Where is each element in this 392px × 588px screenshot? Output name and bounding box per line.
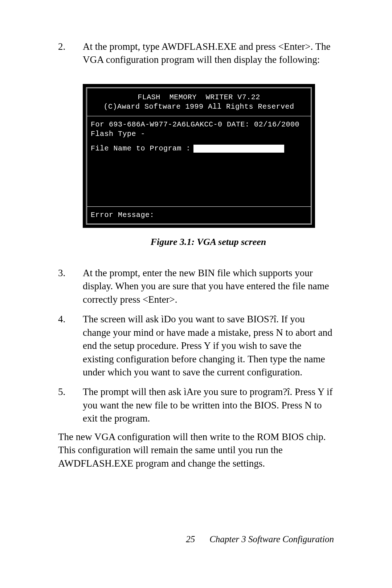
terminal-title: FLASH MEMORY WRITER V7.22	[91, 93, 307, 102]
step-text: At the prompt, type AWDFLASH.EXE and pre…	[83, 40, 334, 67]
step-number: 5.	[58, 385, 83, 425]
terminal-prompt-label: File Name to Program :	[91, 144, 191, 153]
step-text: The prompt will then ask ìAre you sure t…	[83, 385, 334, 425]
terminal-info-line1: For 693-686A-W977-2A6LGAKCC-0 DATE: 02/1…	[91, 120, 307, 129]
closing-paragraph: The new VGA configuration will then writ…	[58, 430, 334, 470]
terminal-window: FLASH MEMORY WRITER V7.22 (C)Award Softw…	[83, 84, 315, 228]
step-number: 4.	[58, 313, 83, 379]
step-text: At the prompt, enter the new BIN file wh…	[83, 266, 334, 306]
terminal-error-label: Error Message:	[91, 210, 154, 220]
step-number: 2.	[58, 40, 83, 67]
figure-caption: Figure 3.1: VGA setup screen	[83, 237, 334, 247]
step-2: 2. At the prompt, type AWDFLASH.EXE and …	[58, 40, 334, 67]
terminal-info-line2: Flash Type -	[91, 129, 307, 139]
terminal-figure: FLASH MEMORY WRITER V7.22 (C)Award Softw…	[83, 84, 334, 247]
terminal-input-field[interactable]	[193, 145, 284, 153]
terminal-inner: FLASH MEMORY WRITER V7.22 (C)Award Softw…	[86, 87, 312, 225]
terminal-divider	[87, 116, 311, 116]
terminal-error-divider	[87, 206, 311, 207]
step-5: 5. The prompt will then ask ìAre you sur…	[58, 385, 334, 425]
page-number: 25	[186, 534, 195, 544]
chapter-label: Chapter 3 Software Configuration	[209, 534, 334, 544]
terminal-prompt-row: File Name to Program :	[91, 144, 307, 153]
page-footer: 25 Chapter 3 Software Configuration	[186, 534, 334, 544]
step-number: 3.	[58, 266, 83, 306]
step-text: The screen will ask ìDo you want to save…	[83, 313, 334, 379]
step-4: 4. The screen will ask ìDo you want to s…	[58, 313, 334, 379]
step-3: 3. At the prompt, enter the new BIN file…	[58, 266, 334, 306]
terminal-copyright: (C)Award Software 1999 All Rights Reserv…	[91, 102, 307, 112]
page-content: 2. At the prompt, type AWDFLASH.EXE and …	[58, 40, 334, 470]
